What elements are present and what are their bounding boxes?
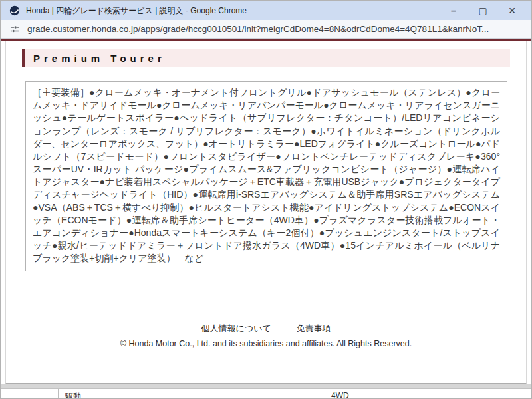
disclaimer-link[interactable]: 免責事項 <box>296 323 331 334</box>
popup-footer: 個人情報について 免責事項 © Honda Motor Co., Ltd. an… <box>6 323 526 348</box>
close-button[interactable]: ✕ <box>497 1 527 20</box>
grade-description-popup: Premium Tourer ［主要装備］●クロームメッキ・オーナメント付フロン… <box>5 41 527 384</box>
background-table-row: 駆動 4WD <box>1 389 531 398</box>
background-page-area: 駆動 4WD <box>1 384 531 398</box>
grade-name-heading: Premium Tourer <box>22 49 510 67</box>
window-title: Honda | 四輪グレード検索サービス | 説明文 - Google Chro… <box>26 5 433 17</box>
globe-icon <box>9 5 20 16</box>
url-text[interactable]: grade.customer.honda.co.jp/apps/grade/hc… <box>27 24 489 34</box>
site-settings-sliders-icon[interactable] <box>9 24 20 35</box>
copyright-text: © Honda Motor Co., Ltd. and its subsidia… <box>6 339 526 348</box>
footer-links: 個人情報について 免責事項 <box>6 323 526 334</box>
background-gray-strip <box>1 384 531 389</box>
table-cell-label: 駆動 <box>65 391 81 398</box>
browser-window: Honda | 四輪グレード検索サービス | 説明文 - Google Chro… <box>0 0 532 399</box>
table-cell-value: 4WD <box>331 391 349 398</box>
maximize-button[interactable]: ▢ <box>468 1 497 20</box>
privacy-policy-link[interactable]: 個人情報について <box>201 323 271 334</box>
table-cell-border <box>58 389 59 398</box>
table-cell-border <box>321 389 321 398</box>
minimize-button[interactable]: – <box>439 1 468 20</box>
window-titlebar: Honda | 四輪グレード検索サービス | 説明文 - Google Chro… <box>1 1 531 20</box>
window-controls: – ▢ ✕ <box>439 1 527 20</box>
address-bar[interactable]: grade.customer.honda.co.jp/apps/grade/hc… <box>1 20 531 39</box>
main-equipment-text: ［主要装備］●クロームメッキ・オーナメント付フロントグリル●ドアサッシュモール（… <box>25 81 507 271</box>
